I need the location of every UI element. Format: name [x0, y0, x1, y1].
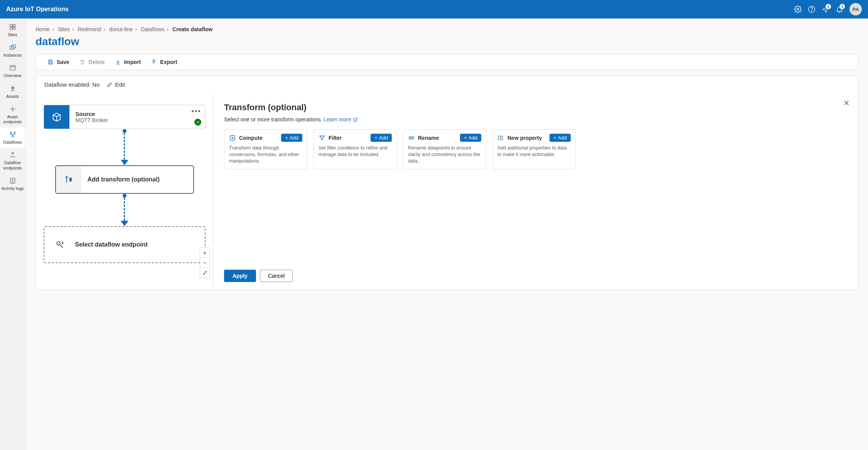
rail-assets[interactable]: Assets — [0, 82, 25, 102]
import-button[interactable]: Import — [115, 59, 141, 65]
notifications-badge: 1 — [839, 4, 845, 9]
feedback-icon[interactable]: 1 — [819, 2, 833, 16]
op-desc: Add additional properties to data to mak… — [497, 145, 571, 158]
flow-arrow — [121, 129, 128, 165]
source-title: Source — [76, 111, 199, 117]
zoom-out-button[interactable]: − — [200, 258, 209, 268]
zoom-fit-button[interactable]: ⤢ — [200, 268, 209, 278]
svg-rect-20 — [409, 137, 411, 139]
svg-rect-9 — [10, 66, 15, 71]
list-icon — [497, 134, 504, 141]
import-label: Import — [124, 59, 141, 65]
breadcrumb-home[interactable]: Home — [35, 26, 50, 32]
breadcrumb-donut-line[interactable]: donut-line — [109, 26, 133, 32]
add-new-property-button[interactable]: +Add — [549, 134, 571, 142]
svg-point-11 — [12, 108, 13, 110]
notifications-icon[interactable]: 1 — [833, 2, 846, 16]
rail-label: Sites — [8, 32, 17, 37]
transform-node[interactable]: Add transform (optional) — [55, 165, 194, 194]
svg-point-14 — [12, 136, 13, 137]
op-title: Filter — [329, 135, 367, 141]
svg-point-15 — [12, 153, 13, 154]
add-rename-button[interactable]: +Add — [460, 134, 481, 142]
product-name: Azure IoT Operations — [6, 6, 69, 13]
rail-activity-logs[interactable]: Activity logs — [0, 174, 25, 194]
dataflow-header: Dataflow enabled: No Edit — [36, 76, 858, 93]
rail-label: Overview — [4, 73, 22, 78]
rail-sites[interactable]: Sites — [0, 20, 25, 40]
breadcrumb-sites[interactable]: Sites — [58, 26, 70, 32]
delete-label: Delete — [89, 59, 105, 65]
avatar[interactable]: PA — [849, 3, 862, 15]
op-desc: Set filter conditions to refine and mana… — [319, 145, 392, 158]
op-filter: Filter +Add Set filter conditions to ref… — [313, 129, 397, 170]
rail-label: Asset endpoints — [1, 114, 24, 124]
delete-button: Delete — [79, 59, 105, 65]
svg-point-12 — [10, 132, 11, 133]
edit-button[interactable]: Edit — [106, 81, 125, 88]
zoom-in-button[interactable]: + — [200, 248, 209, 258]
transform-icon — [56, 166, 81, 193]
rail-asset-endpoints[interactable]: Asset endpoints — [0, 102, 25, 128]
svg-rect-6 — [13, 27, 15, 30]
compute-icon — [229, 134, 236, 141]
cancel-button[interactable]: Cancel — [260, 270, 293, 282]
source-node[interactable]: Source MQTT Broker ••• — [44, 105, 206, 129]
op-title: New property — [507, 135, 546, 141]
left-rail: Sites Instances Overview Assets Asset en… — [0, 18, 25, 450]
transform-title: Add transform (optional) — [81, 176, 166, 183]
destination-node[interactable]: Select dataflow endpoint — [44, 226, 206, 263]
export-button[interactable]: Export — [151, 59, 177, 65]
detail-title: Transform (optional) — [224, 102, 847, 112]
op-title: Compute — [239, 135, 278, 141]
svg-point-22 — [498, 136, 499, 136]
cube-icon — [44, 105, 69, 129]
apply-button[interactable]: Apply — [224, 270, 256, 282]
svg-point-18 — [57, 242, 60, 245]
op-rename: Rename +Add Rename datapoints to ensure … — [403, 129, 486, 170]
save-button[interactable]: Save — [47, 59, 69, 65]
breadcrumb-current: Create dataflow — [172, 26, 212, 32]
breadcrumb: Home› Sites› Redmond› donut-line› Datafl… — [35, 26, 858, 32]
op-desc: Transform data through conversions, form… — [229, 145, 302, 165]
rail-label: Assets — [6, 94, 19, 99]
learn-more-link[interactable]: Learn more — [324, 116, 357, 123]
toolbar: Save Delete Import Export — [35, 54, 858, 70]
rename-icon — [408, 134, 415, 141]
svg-rect-17 — [69, 178, 72, 181]
rail-label: Instances — [3, 53, 22, 58]
svg-point-13 — [14, 132, 15, 133]
rail-overview[interactable]: Overview — [0, 61, 25, 81]
edit-label: Edit — [115, 81, 125, 88]
svg-rect-5 — [10, 27, 12, 30]
dataflow-panel: Dataflow enabled: No Edit Source MQTT Br… — [35, 76, 858, 290]
breadcrumb-dataflows[interactable]: Dataflows — [141, 26, 164, 32]
svg-rect-21 — [412, 137, 414, 139]
settings-icon[interactable] — [791, 2, 805, 16]
svg-rect-3 — [10, 24, 12, 27]
svg-point-0 — [797, 8, 799, 10]
breadcrumb-redmond[interactable]: Redmond — [78, 26, 101, 32]
op-title: Rename — [418, 135, 457, 141]
detail-pane: Transform (optional) Select one or more … — [213, 93, 858, 290]
rail-dataflows[interactable]: Dataflows — [0, 128, 25, 148]
add-filter-button[interactable]: +Add — [371, 134, 392, 142]
detail-subtitle: Select one or more transform operations.… — [224, 116, 847, 123]
add-compute-button[interactable]: +Add — [281, 134, 302, 142]
filter-icon — [319, 134, 325, 141]
save-label: Save — [57, 59, 69, 65]
help-icon[interactable] — [805, 2, 819, 16]
rail-dataflow-endpoints[interactable]: Dataflow endpoints — [0, 148, 25, 173]
check-icon — [194, 119, 201, 126]
rail-instances[interactable]: Instances — [0, 40, 25, 61]
endpoint-icon — [44, 240, 75, 250]
flow-arrow — [121, 194, 128, 226]
df-enabled-label: Dataflow enabled: No — [44, 81, 99, 88]
rail-label: Dataflow endpoints — [1, 160, 24, 170]
rail-label: Dataflows — [3, 140, 22, 145]
top-bar: Azure IoT Operations 1 1 PA — [0, 0, 868, 18]
feedback-badge: 1 — [826, 4, 831, 9]
svg-point-24 — [498, 139, 499, 140]
close-icon[interactable] — [843, 99, 850, 107]
node-more-icon[interactable]: ••• — [192, 107, 201, 116]
